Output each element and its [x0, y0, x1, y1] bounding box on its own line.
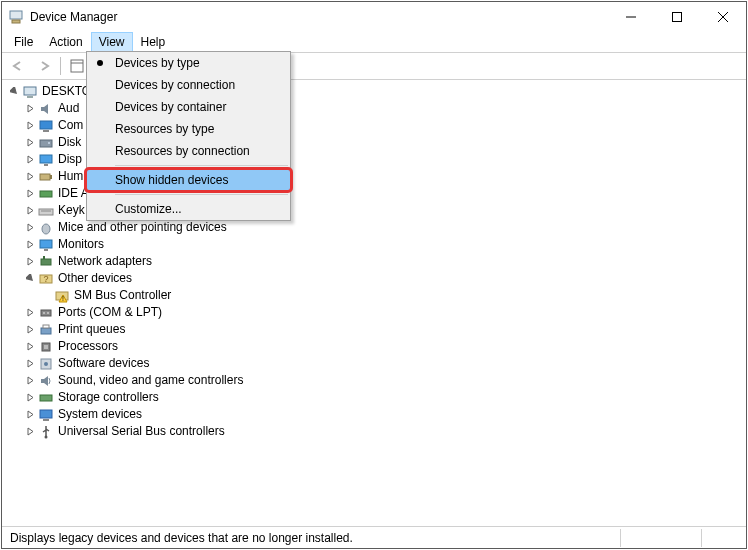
svg-rect-11: [27, 96, 33, 98]
menuitem-customize[interactable]: Customize...: [87, 198, 290, 220]
svg-rect-32: [41, 310, 51, 316]
tree-label: Aud: [56, 100, 81, 117]
expander-icon[interactable]: [22, 406, 38, 423]
tree-node-system[interactable]: System devices: [6, 406, 746, 423]
tree-node-usb[interactable]: Universal Serial Bus controllers: [6, 423, 746, 440]
tree-label: Network adapters: [56, 253, 154, 270]
expander-icon[interactable]: [22, 304, 38, 321]
svg-rect-19: [50, 175, 52, 179]
sound-icon: [38, 373, 54, 389]
svg-rect-14: [40, 140, 52, 147]
svg-text:!: !: [62, 295, 64, 302]
menuitem-label: Devices by connection: [115, 78, 235, 92]
menuitem-label: Customize...: [115, 202, 182, 216]
svg-rect-10: [24, 87, 36, 95]
minimize-button[interactable]: [608, 2, 654, 32]
menuitem-devices-by-container[interactable]: Devices by container: [87, 96, 290, 118]
svg-rect-3: [673, 13, 682, 22]
window-title: Device Manager: [30, 10, 608, 24]
svg-rect-24: [40, 240, 52, 248]
menu-view[interactable]: View: [91, 32, 133, 52]
menu-bar: File Action View Help: [2, 32, 746, 52]
app-icon: [8, 9, 24, 25]
expander-icon[interactable]: [22, 423, 38, 440]
svg-rect-36: [43, 325, 49, 328]
tree-node-software[interactable]: Software devices: [6, 355, 746, 372]
tree-label: Disp: [56, 151, 84, 168]
expander-icon[interactable]: [22, 100, 38, 117]
tree-node-sound[interactable]: Sound, video and game controllers: [6, 372, 746, 389]
storage-icon: [38, 390, 54, 406]
svg-rect-25: [44, 249, 48, 251]
tree-node-network[interactable]: Network adapters: [6, 253, 746, 270]
expander-icon[interactable]: [22, 117, 38, 134]
monitor-icon: [38, 237, 54, 253]
tree-node-monitors[interactable]: Monitors: [6, 236, 746, 253]
expander-icon[interactable]: [22, 270, 38, 287]
menu-action[interactable]: Action: [41, 32, 90, 52]
tree-node-processors[interactable]: Processors: [6, 338, 746, 355]
svg-rect-35: [41, 328, 51, 334]
expander-icon[interactable]: [22, 185, 38, 202]
tree-label: Disk: [56, 134, 83, 151]
tree-node-mice[interactable]: Mice and other pointing devices: [6, 219, 746, 236]
expander-icon[interactable]: [22, 355, 38, 372]
expander-icon[interactable]: [22, 202, 38, 219]
tree-node-smbus[interactable]: !SM Bus Controller: [6, 287, 746, 304]
menuitem-devices-by-connection[interactable]: Devices by connection: [87, 74, 290, 96]
svg-point-15: [48, 142, 50, 144]
warning-device-icon: !: [54, 288, 70, 304]
tree-label: SM Bus Controller: [72, 287, 173, 304]
expander-icon[interactable]: [22, 236, 38, 253]
menuitem-show-hidden-devices[interactable]: Show hidden devices: [87, 169, 290, 191]
menuitem-label: Devices by container: [115, 100, 226, 114]
expander-icon[interactable]: [22, 219, 38, 236]
menu-separator: [115, 165, 288, 166]
expander-icon[interactable]: [22, 151, 38, 168]
tree-label: Software devices: [56, 355, 151, 372]
forward-button[interactable]: [32, 55, 56, 77]
expander-icon[interactable]: [22, 168, 38, 185]
expander-icon[interactable]: [6, 83, 22, 100]
mouse-icon: [38, 220, 54, 236]
menuitem-resources-by-type[interactable]: Resources by type: [87, 118, 290, 140]
menuitem-label: Show hidden devices: [115, 173, 228, 187]
menuitem-label: Resources by type: [115, 122, 214, 136]
tree-node-storage[interactable]: Storage controllers: [6, 389, 746, 406]
tree-node-other[interactable]: ?Other devices: [6, 270, 746, 287]
menuitem-devices-by-type[interactable]: Devices by type: [87, 52, 290, 74]
cpu-icon: [38, 339, 54, 355]
svg-rect-16: [40, 155, 52, 163]
tree-label: Sound, video and game controllers: [56, 372, 245, 389]
expander-icon[interactable]: [22, 253, 38, 270]
hid-icon: [38, 169, 54, 185]
keyboard-icon: [38, 203, 54, 219]
svg-rect-6: [71, 60, 83, 72]
close-button[interactable]: [700, 2, 746, 32]
menuitem-resources-by-connection[interactable]: Resources by connection: [87, 140, 290, 162]
expander-icon[interactable]: [22, 372, 38, 389]
status-text: Displays legacy devices and devices that…: [6, 531, 357, 545]
tree-node-ports[interactable]: Ports (COM & LPT): [6, 304, 746, 321]
menu-help[interactable]: Help: [133, 32, 174, 52]
menu-file[interactable]: File: [6, 32, 41, 52]
svg-rect-12: [40, 121, 52, 129]
svg-rect-17: [44, 164, 48, 166]
expander-icon[interactable]: [22, 134, 38, 151]
disk-icon: [38, 135, 54, 151]
monitor-icon: [38, 118, 54, 134]
expander-icon[interactable]: [22, 321, 38, 338]
svg-rect-38: [44, 345, 48, 349]
expander-icon[interactable]: [22, 389, 38, 406]
tree-label: Print queues: [56, 321, 127, 338]
svg-rect-43: [43, 419, 49, 421]
maximize-button[interactable]: [654, 2, 700, 32]
network-icon: [38, 254, 54, 270]
tree-label: Monitors: [56, 236, 106, 253]
window-controls: [608, 2, 746, 32]
tree-node-printq[interactable]: Print queues: [6, 321, 746, 338]
software-icon: [38, 356, 54, 372]
expander-icon[interactable]: [22, 338, 38, 355]
back-button[interactable]: [6, 55, 30, 77]
svg-point-40: [44, 362, 48, 366]
